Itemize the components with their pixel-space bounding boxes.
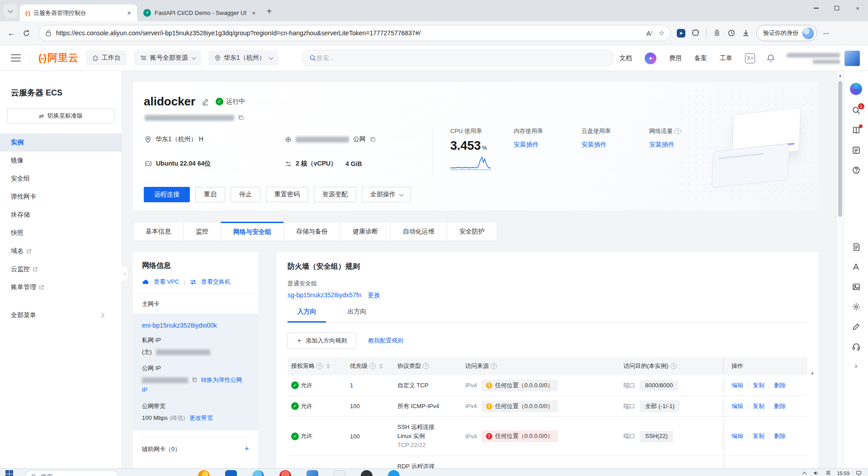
resize-button[interactable]: 资源变配: [314, 187, 356, 202]
reading-list-book-icon[interactable]: [852, 126, 861, 135]
taskbar-app-icon-3[interactable]: [252, 470, 264, 476]
gear-icon[interactable]: [852, 302, 861, 311]
ime-language-indicator[interactable]: 英: [826, 470, 830, 476]
stop-button[interactable]: 停止: [231, 187, 260, 202]
edit-rule-link[interactable]: 编辑: [731, 432, 743, 440]
region-selector[interactable]: 华东1（杭州）: [208, 50, 278, 66]
delete-rule-link[interactable]: 删除: [774, 402, 786, 410]
url-text[interactable]: https://ecs.console.aliyun.com/server/i-…: [56, 29, 640, 37]
hamburger-menu-icon[interactable]: [11, 52, 21, 64]
sidebar-item-domains[interactable]: 域名: [0, 242, 122, 260]
windows-start-button[interactable]: [5, 470, 13, 476]
edit-rule-link[interactable]: 编辑: [731, 381, 743, 390]
help-icon[interactable]: ?: [670, 363, 677, 369]
scroll-up-icon[interactable]: ▲: [837, 71, 844, 78]
browser-essentials-icon[interactable]: ➤: [677, 29, 685, 38]
sidebar-item-billing[interactable]: 账单管理: [0, 278, 122, 296]
feedback-form-icon[interactable]: [852, 146, 861, 155]
copy-icon[interactable]: [238, 114, 244, 121]
notification-bell-icon[interactable]: [767, 54, 775, 62]
billing-link[interactable]: 费用: [669, 54, 682, 62]
install-plugin-link[interactable]: 安装插件: [581, 141, 607, 148]
copy-rule-link[interactable]: 复制: [753, 402, 764, 410]
reset-password-button[interactable]: 重置密码: [266, 187, 308, 202]
clock[interactable]: 15:59: [837, 471, 849, 476]
taskbar-app-icon-4[interactable]: [279, 470, 291, 476]
aliyun-logo[interactable]: (-) 阿里云: [38, 51, 79, 65]
taskbar-app-icon-2[interactable]: [225, 470, 237, 476]
collections-icon[interactable]: [713, 29, 721, 37]
rule-guide-link[interactable]: 教我配置规则: [368, 337, 403, 345]
copy-rule-link[interactable]: 复制: [753, 432, 764, 440]
docs-link[interactable]: 文档: [619, 54, 632, 62]
help-icon[interactable]: ?: [369, 363, 376, 369]
console-search-box[interactable]: [302, 50, 614, 66]
help-icon[interactable]: ?: [316, 363, 323, 369]
back-button[interactable]: ←: [7, 29, 15, 38]
text-tools-icon[interactable]: [852, 262, 861, 271]
sidebar-collapse-handle[interactable]: ‹: [122, 266, 128, 282]
change-sg-link[interactable]: 更换: [368, 291, 380, 300]
settings-more-icon[interactable]: ···: [823, 30, 829, 37]
expand-chevron-right-icon[interactable]: ›: [855, 362, 857, 370]
tab-search-button[interactable]: [4, 4, 17, 18]
console-search-input[interactable]: [316, 54, 606, 62]
sidebar-item-cloudmonitor[interactable]: 云监控: [0, 260, 122, 278]
install-plugin-link[interactable]: 安装插件: [514, 141, 539, 148]
copy-icon[interactable]: [370, 136, 376, 143]
history-clock-icon[interactable]: [727, 29, 736, 37]
taskbar-app-icon-5[interactable]: [307, 470, 318, 476]
change-bandwidth-link[interactable]: 更改带宽: [189, 414, 213, 421]
image-icon[interactable]: [852, 282, 861, 291]
address-bar[interactable]: https://ecs.console.aliyun.com/server/i-…: [38, 25, 670, 41]
tab-aliyun-console[interactable]: (-) 云服务器管理控制台 ×: [20, 5, 137, 21]
sidebar-item-snapshots[interactable]: 快照: [0, 224, 122, 242]
scrollbar-thumb[interactable]: [838, 81, 842, 217]
language-translate-icon[interactable]: 文A: [745, 53, 755, 63]
tray-expand-icon[interactable]: [802, 472, 807, 476]
downloads-icon[interactable]: [742, 29, 750, 37]
help-icon[interactable]: ?: [675, 128, 681, 134]
read-aloud-icon[interactable]: A): [646, 29, 652, 37]
table-scrollbar[interactable]: ▲: [809, 369, 816, 468]
ai-assistant-icon[interactable]: ✦: [645, 52, 656, 64]
nic-id-link[interactable]: eni-bp15nukz3528iydxi00k: [142, 322, 217, 329]
restart-button[interactable]: 重启: [195, 187, 225, 202]
remote-connect-button[interactable]: 远程连接: [144, 187, 190, 202]
tab-monitoring[interactable]: 监控: [183, 222, 221, 241]
edit-pencil-icon[interactable]: [202, 98, 209, 105]
workbench-button[interactable]: 工作台: [86, 50, 127, 66]
add-inbound-rule-button[interactable]: + 添加入方向规则: [288, 333, 356, 349]
close-tab-icon[interactable]: ×: [125, 9, 133, 17]
profile-button[interactable]: 验证你的身份: [756, 25, 817, 41]
copy-rule-link[interactable]: 复制: [753, 381, 764, 390]
volume-icon[interactable]: [813, 470, 819, 476]
sidebar-item-instances[interactable]: 实例: [0, 133, 122, 152]
all-resources-dropdown[interactable]: 账号全部资源: [134, 50, 201, 66]
window-maximize-button[interactable]: [826, 0, 847, 16]
journal-document-icon[interactable]: [852, 243, 861, 252]
add-nic-button[interactable]: +: [244, 444, 249, 454]
scroll-up-icon[interactable]: ▲: [811, 371, 815, 468]
delete-rule-link[interactable]: 删除: [774, 432, 786, 440]
tab-security-protection[interactable]: 安全防护: [447, 222, 497, 241]
copilot-icon[interactable]: [850, 83, 862, 95]
compose-pencil-icon[interactable]: [852, 322, 861, 331]
ticket-link[interactable]: 工单: [720, 54, 732, 62]
account-name-redacted[interactable]: [787, 53, 840, 64]
taskbar-app-icon-7[interactable]: [361, 470, 373, 476]
sidebar-item-enis[interactable]: 弹性网卡: [0, 188, 122, 206]
sort-icon[interactable]: [326, 363, 330, 369]
help-icon[interactable]: ?: [423, 363, 429, 369]
tab-outbound[interactable]: 出方向: [338, 308, 376, 322]
sidebar-item-block-storage[interactable]: 块存储: [0, 206, 122, 224]
refresh-button[interactable]: [23, 29, 30, 37]
sort-icon[interactable]: [379, 363, 383, 369]
sidebar-item-images[interactable]: 镜像: [0, 152, 122, 170]
headset-support-icon[interactable]: [852, 342, 861, 351]
new-tab-button[interactable]: +: [267, 6, 272, 17]
view-vpc-link[interactable]: 查看 VPC: [154, 278, 179, 286]
view-vswitch-link[interactable]: 查看交换机: [201, 278, 231, 286]
tab-inbound[interactable]: 入方向: [288, 308, 326, 323]
favorite-star-icon[interactable]: ☆: [659, 29, 665, 37]
